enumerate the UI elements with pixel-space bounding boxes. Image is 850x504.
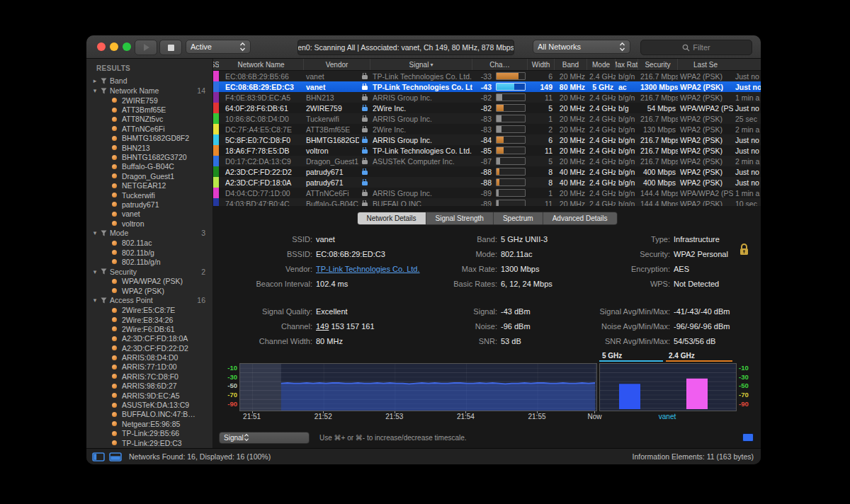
cell-band: 2.4 GHz [587, 189, 616, 197]
sidebar-item[interactable]: ATT8NZt5vc [86, 115, 212, 124]
sidebar-item[interactable]: ARRIS:08:D4:D0 [86, 353, 212, 362]
sidebar-item[interactable]: BUFFALO.INC:47:B… [86, 410, 212, 419]
sidebar-item[interactable]: 2Wire:E8:34:26 [86, 315, 212, 324]
vendor-link[interactable]: TP-Link Technologies Co. Ltd. [316, 265, 420, 273]
disclosure-triangle-icon[interactable]: ▾ [91, 297, 99, 304]
tab-signal-strength[interactable]: Signal Strength [426, 212, 494, 224]
column-header-max-rate[interactable]: Max Rate [616, 59, 638, 70]
toggle-sidebar-icon[interactable] [92, 452, 105, 462]
cell-channel: 8 [528, 168, 555, 176]
table-row[interactable]: A2:3D:CF:FD:18:0Apatrudy671-88840 MHz2.4… [213, 177, 761, 188]
sidebar-item[interactable]: BHN213 [86, 143, 212, 152]
zoom-window-button[interactable] [123, 42, 131, 51]
sidebar-item[interactable]: 802.11b/g [86, 248, 212, 257]
sidebar-item[interactable]: ARRIS:98:6D:27 [86, 382, 212, 391]
column-header-mode[interactable]: Mode [587, 59, 616, 70]
signal-info-value: -41/-43/-40 dBm [674, 307, 754, 316]
table-row[interactable]: 74:03:BD:47:B0:4CBuffalo-G-B04CBUFFALO.I… [213, 198, 761, 206]
network-filter-dropdown[interactable]: All Networks [533, 40, 630, 54]
sidebar-item[interactable]: A2:3D:CF:FD:22:D2 [86, 343, 212, 353]
sidebar-item[interactable]: A2:3D:CF:FD:18:0A [86, 334, 212, 343]
table-row[interactable]: 64:0F:28:F6:DB:612WIRE7592Wire Inc.-8252… [213, 103, 761, 113]
tab-advanced-details[interactable]: Advanced Details [543, 212, 617, 224]
minimize-window-button[interactable] [110, 42, 118, 51]
sidebar-item[interactable]: WPA2 (PSK) [86, 286, 212, 295]
scan-mode-dropdown[interactable]: Active [186, 40, 251, 54]
table-body[interactable]: EC:08:6B:29:B5:66vanetTP-Link Technologi… [213, 71, 761, 206]
column-header-bssid[interactable]: BSSID [213, 59, 219, 70]
column-header-last-se[interactable]: Last Se [678, 59, 733, 70]
table-row[interactable]: 18:A6:F7:78:E5:DBvoltronTP-Link Technolo… [213, 145, 761, 156]
cell-vendor: ASUSTeK Computer Inc. [370, 157, 472, 166]
sidebar-item[interactable]: vanet [86, 210, 212, 219]
table-row[interactable]: 10:86:8C:08:D4:D0TuckerwifiARRIS Group I… [213, 113, 761, 124]
sidebar-item[interactable]: Dragon_Guest1 [86, 171, 212, 181]
sidebar-section-band[interactable]: ▸Band [86, 76, 212, 86]
sidebar-item[interactable]: NETGEAR12 [86, 181, 212, 190]
sidebar-item[interactable]: 802.11ac [86, 238, 212, 247]
sidebar-item[interactable]: ATTnNCe6Fi [86, 124, 212, 133]
column-header-network-name[interactable]: Network Name [219, 59, 304, 70]
column-header-width[interactable]: Width [528, 59, 555, 70]
table-row[interactable]: D0:17:C2:DA:13:C9Dragon_Guest1ASUSTeK Co… [213, 156, 761, 166]
sidebar-item[interactable]: WPA/WPA2 (PSK) [86, 277, 212, 286]
sidebar-item[interactable]: 2WIRE759 [86, 96, 212, 105]
column-header-cha-[interactable]: Cha… [472, 59, 528, 70]
column-header-label: Security [645, 61, 670, 69]
stop-scan-button[interactable] [159, 40, 182, 55]
column-header-security[interactable]: Security [638, 59, 678, 70]
cell-mode: ac [616, 83, 638, 91]
network-info-value[interactable]: TP-Link Technologies Co. Ltd. [316, 265, 433, 273]
chart-controls: Signal Use ⌘+ or ⌘- to increase/decrease… [213, 428, 761, 447]
sidebar-item[interactable]: TP-Link:29:ED:C3 [86, 438, 212, 447]
start-scan-button[interactable] [135, 40, 157, 55]
sidebar-item[interactable]: Tuckerwifi [86, 190, 212, 200]
table-row[interactable]: A2:3D:CF:FD:22:D2patrudy671-88840 MHz2.4… [213, 166, 761, 177]
sidebar-item[interactable]: ARRIS:77:1D:00 [86, 362, 212, 372]
sidebar-item[interactable]: ASUSTeK:DA:13:C9 [86, 400, 212, 409]
network-info-label: SSID: [220, 235, 312, 244]
table-row[interactable]: F4:0E:83:9D:EC:A5BHN213ARRIS Group Inc.-… [213, 92, 761, 103]
sidebar-item[interactable]: BHMTG1682GD8F2 [86, 134, 212, 143]
disclosure-triangle-icon[interactable]: ▸ [91, 77, 99, 84]
close-window-button[interactable] [97, 42, 106, 51]
sidebar-item[interactable]: ATT3Bmf65E [86, 105, 212, 114]
disclosure-triangle-icon[interactable]: ▾ [91, 229, 99, 236]
sidebar-section-mode[interactable]: ▾Mode3 [86, 228, 212, 238]
signal-strength-bar [496, 200, 526, 206]
network-info-label: Security: [584, 250, 670, 258]
sidebar-item[interactable]: voltron [86, 219, 212, 228]
sidebar-item[interactable]: 802.11b/g/n [86, 257, 212, 266]
sidebar-section-network-name[interactable]: ▾Network Name14 [86, 86, 212, 96]
toggle-details-pane-icon[interactable] [109, 452, 122, 462]
tab-network-details[interactable]: Network Details [357, 212, 426, 224]
filter-search-input[interactable]: Filter [640, 40, 752, 55]
sidebar-section-access-point[interactable]: ▾Access Point16 [86, 295, 212, 305]
cell-max-rate: 216.7 Mbps [638, 136, 678, 144]
column-header-vendor[interactable]: Vendor [304, 59, 370, 70]
table-row[interactable]: DC:7F:A4:E5:C8:7EATT3Bmf65E2Wire Inc.-83… [213, 124, 761, 134]
tab-spectrum[interactable]: Spectrum [494, 212, 543, 224]
sidebar-item[interactable]: Buffalo-G-B04C [86, 162, 212, 171]
table-row[interactable]: D4:04:CD:77:1D:00ATTnNCe6FiARRIS Group I… [213, 188, 761, 198]
primary-channel[interactable]: 149 [316, 322, 329, 331]
sidebar-item[interactable]: BHNTG1682G3720 [86, 152, 212, 161]
sidebar-section-security[interactable]: ▾Security2 [86, 267, 212, 277]
column-header-band[interactable]: Band [555, 59, 587, 70]
sidebar-item[interactable]: TP-Link:29:B5:66 [86, 429, 212, 438]
sidebar-item-label: TP-Link:29:B5:66 [122, 429, 179, 437]
table-row[interactable]: EC:08:6B:29:ED:C3vanetTP-Link Technologi… [213, 81, 761, 92]
disclosure-triangle-icon[interactable]: ▾ [91, 268, 99, 275]
sidebar-item[interactable]: patrudy671 [86, 200, 212, 209]
column-header-signal[interactable]: Signal▾ [370, 59, 472, 70]
disclosure-triangle-icon[interactable]: ▾ [91, 87, 99, 94]
table-row[interactable]: EC:08:6B:29:B5:66vanetTP-Link Technologi… [213, 71, 761, 81]
sidebar-item[interactable]: 2Wire:E5:C8:7E [86, 305, 212, 314]
chart-metric-dropdown[interactable]: Signal [219, 432, 310, 444]
orange-dot-icon [112, 431, 117, 436]
sidebar-item[interactable]: ARRIS:7C:D8:F0 [86, 372, 212, 381]
sidebar-item[interactable]: 2Wire:F6:DB:61 [86, 324, 212, 333]
sidebar-item[interactable]: ARRIS:9D:EC:A5 [86, 391, 212, 400]
table-row[interactable]: 5C:8F:E0:7C:D8:F0BHMTG1682GD8F2ARRIS Gro… [213, 134, 761, 145]
sidebar-item[interactable]: Netgear:E5:96:85 [86, 419, 212, 428]
